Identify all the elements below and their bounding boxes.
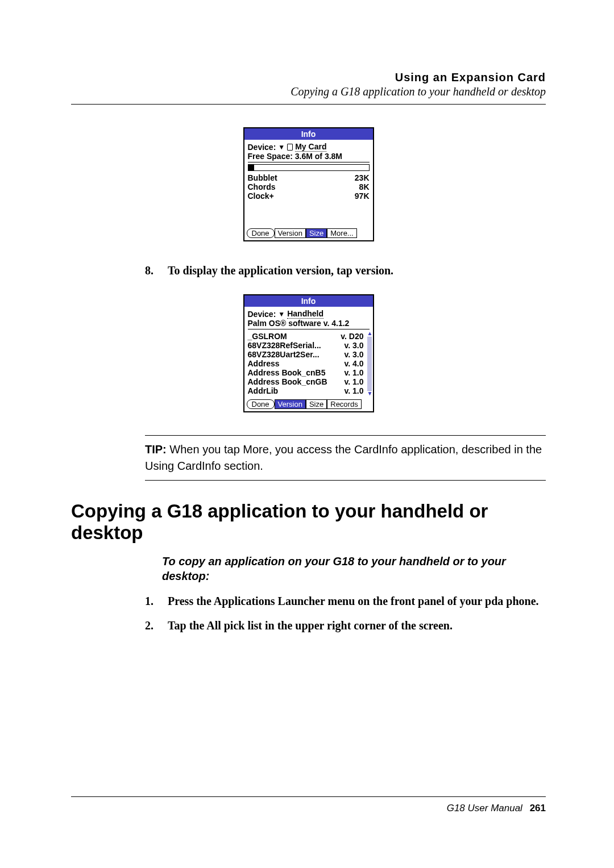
tip-callout: TIP: When you tap More, you access the C… bbox=[145, 435, 546, 481]
device-value: Handheld bbox=[287, 309, 323, 319]
chapter-title: Using an Expansion Card bbox=[71, 71, 546, 84]
app-version: v. 1.0 bbox=[345, 386, 364, 395]
version-tab[interactable]: Version bbox=[275, 228, 306, 238]
list-item[interactable]: 68VZ328RefSerial...v. 3.0 bbox=[248, 341, 364, 350]
step-text: To display the application version, tap … bbox=[168, 264, 546, 277]
tip-label: TIP: bbox=[145, 443, 167, 456]
palm-info-window: Info Device: ▼ My Card Free Space: 3.6M … bbox=[243, 127, 374, 241]
app-list: _GSLROMv. D20 68VZ328RefSerial...v. 3.0 … bbox=[248, 332, 370, 395]
app-version: v. 1.0 bbox=[345, 368, 364, 377]
app-size: 8K bbox=[359, 182, 370, 191]
list-item[interactable]: Clock+ 97K bbox=[248, 191, 370, 201]
device-selector[interactable]: Device: ▼ My Card bbox=[248, 142, 370, 152]
usage-bar-fill bbox=[248, 165, 255, 170]
manual-title: G18 User Manual bbox=[447, 803, 522, 813]
app-name: Address Book_cnGB bbox=[248, 377, 327, 386]
step-number: 2. bbox=[145, 619, 168, 632]
records-tab[interactable]: Records bbox=[327, 399, 361, 409]
device-selector[interactable]: Device: ▼ Handheld bbox=[248, 309, 370, 319]
section-subtitle: Copying a G18 application to your handhe… bbox=[71, 85, 546, 98]
list-item[interactable]: Bubblet 23K bbox=[248, 173, 370, 182]
scrollbar[interactable]: ▲ ▼ bbox=[367, 331, 372, 397]
list-item[interactable]: _GSLROMv. D20 bbox=[248, 332, 364, 341]
app-version: v. 3.0 bbox=[345, 350, 364, 359]
version-tab[interactable]: Version bbox=[275, 399, 306, 409]
scroll-track[interactable] bbox=[367, 336, 372, 391]
page-header: Using an Expansion Card Copying a G18 ap… bbox=[71, 71, 546, 98]
app-name: 68VZ328Uart2Ser... bbox=[248, 350, 320, 359]
size-tab[interactable]: Size bbox=[306, 399, 327, 409]
step-text: Press the Applications Launcher menu on … bbox=[168, 595, 546, 608]
device-value: My Card bbox=[295, 142, 326, 152]
app-name: Chords bbox=[248, 182, 276, 191]
palm-info-window: Info Device: ▼ Handheld Palm OS® softwar… bbox=[243, 294, 374, 412]
screenshot-version-view: Info Device: ▼ Handheld Palm OS® softwar… bbox=[71, 294, 546, 412]
tip-rule-bottom bbox=[145, 480, 546, 481]
app-version: v. 3.0 bbox=[345, 341, 364, 350]
step-1: 1. Press the Applications Launcher menu … bbox=[145, 595, 546, 608]
device-label: Device: bbox=[248, 143, 276, 152]
free-space-line: Free Space: 3.6M of 3.8M bbox=[248, 152, 370, 162]
tip-rule-top bbox=[145, 435, 546, 436]
app-name: Bubblet bbox=[248, 173, 277, 182]
page-number: 261 bbox=[530, 803, 546, 813]
app-size: 97K bbox=[355, 191, 370, 201]
app-name: Address Book_cnB5 bbox=[248, 368, 326, 377]
app-version: v. D20 bbox=[341, 332, 363, 341]
os-version-line: Palm OS® software v. 4.1.2 bbox=[248, 319, 370, 329]
app-name: 68VZ328RefSerial... bbox=[248, 341, 321, 350]
page-footer: G18 User Manual 261 bbox=[71, 792, 546, 814]
step-number: 1. bbox=[145, 595, 168, 608]
list-item[interactable]: Address Book_cnGBv. 1.0 bbox=[248, 377, 364, 386]
tip-text: TIP: When you tap More, you access the C… bbox=[145, 441, 546, 474]
app-list: Bubblet 23K Chords 8K Clock+ 97K bbox=[248, 173, 370, 224]
page-container: Using an Expansion Card Copying a G18 ap… bbox=[0, 0, 614, 868]
step-8: 8. To display the application version, t… bbox=[145, 264, 546, 277]
list-item[interactable]: Address Book_cnB5v. 1.0 bbox=[248, 368, 364, 377]
app-version: v. 1.0 bbox=[345, 377, 364, 386]
section-heading: Copying a G18 application to your handhe… bbox=[71, 500, 546, 544]
list-item[interactable]: Chords 8K bbox=[248, 182, 370, 191]
scroll-down-icon[interactable]: ▼ bbox=[367, 391, 372, 397]
list-item[interactable]: Addressv. 4.0 bbox=[248, 359, 364, 368]
app-name: Address bbox=[248, 359, 280, 368]
app-size: 23K bbox=[355, 173, 370, 182]
scroll-up-icon[interactable]: ▲ bbox=[367, 331, 372, 336]
app-version: v. 4.0 bbox=[345, 359, 364, 368]
done-button[interactable]: Done bbox=[247, 399, 275, 409]
dropdown-arrow-icon: ▼ bbox=[278, 143, 285, 151]
tip-body: When you tap More, you access the CardIn… bbox=[145, 443, 542, 472]
list-item[interactable]: 68VZ328Uart2Ser...v. 3.0 bbox=[248, 350, 364, 359]
done-button[interactable]: Done bbox=[247, 228, 275, 238]
header-divider bbox=[71, 104, 546, 105]
usage-bar bbox=[248, 164, 370, 171]
step-number: 8. bbox=[145, 264, 168, 277]
app-name: _GSLROM bbox=[248, 332, 287, 341]
footer-divider bbox=[71, 796, 546, 797]
palm-title: Info bbox=[244, 128, 373, 140]
instruction-subheading: To copy an application on your G18 to yo… bbox=[162, 554, 546, 583]
app-name: Clock+ bbox=[248, 191, 274, 201]
dropdown-arrow-icon: ▼ bbox=[278, 310, 285, 318]
step-2: 2. Tap the All pick list in the upper ri… bbox=[145, 619, 546, 632]
list-item[interactable]: AddrLibv. 1.0 bbox=[248, 386, 364, 395]
size-tab[interactable]: Size bbox=[306, 228, 327, 238]
device-label: Device: bbox=[248, 310, 276, 319]
app-name: AddrLib bbox=[248, 386, 279, 395]
more-button[interactable]: More... bbox=[327, 228, 356, 238]
step-text: Tap the All pick list in the upper right… bbox=[168, 619, 546, 632]
card-icon bbox=[287, 144, 293, 151]
screenshot-size-view: Info Device: ▼ My Card Free Space: 3.6M … bbox=[71, 127, 546, 241]
palm-title: Info bbox=[244, 295, 373, 307]
